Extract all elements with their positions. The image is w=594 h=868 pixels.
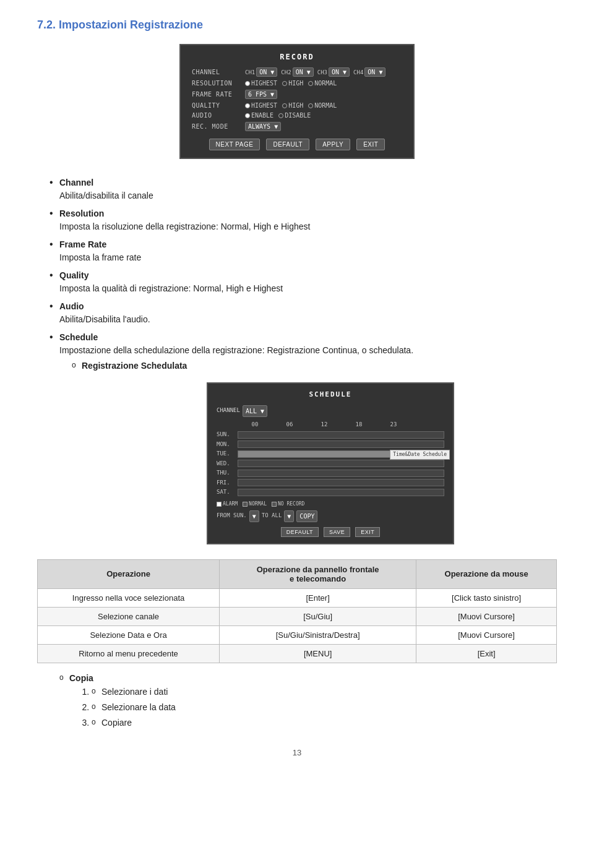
channel-row: CHANNEL CH1 ON ▼ CH2 ON ▼ CH3 ON ▼ CH4 O… [192,67,402,77]
schedule-tooltip: Time&Date Schedule [390,450,450,460]
recmode-label: REC. MODE [192,123,241,130]
schedule-buttons: DEFAULT SAVE EXIT [217,527,444,537]
record-panel-title: RECORD [192,53,402,61]
legend-alarm: ALARM [217,501,238,508]
sub-item-scheduled: Registrazione Schedulata SCHEDULE CHANNE… [72,359,557,544]
sch-save-button[interactable]: SAVE [324,527,350,537]
list-item-audio: Audio Abilita/Disabilita l'audio. [50,300,557,326]
copia-item: Copia Selezionare i dati Selezionare la … [59,673,557,729]
schedule-panel-container: SCHEDULE CHANNEL ALL ▼ 00 06 12 18 [104,382,557,544]
copia-section: Copia Selezionare i dati Selezionare la … [37,673,557,729]
ch1: CH1 ON ▼ [245,67,277,77]
table-row: Ingresso nella voce selezionata [Enter] … [38,588,557,607]
radio-unselected2 [308,81,313,86]
audio-disable: DISABLE [278,112,311,119]
table-row: Selezione canale [Su/Giu] [Muovi Cursore… [38,607,557,625]
schedule-panel-title: SCHEDULE [217,390,444,400]
quality-desc: Imposta la qualità di registrazione: Nor… [59,283,283,293]
sch-channel-value: ALL ▼ [243,405,267,417]
radio-selected [245,81,250,86]
resolution-normal: NORMAL [308,80,337,87]
time-23: 23 [376,421,411,429]
sch-default-button[interactable]: DEFAULT [281,527,319,537]
radio-selected-q [245,103,250,108]
list-item-channel: Channel Abilita/disabilita il canale [50,176,557,202]
copia-steps: Selezionare i dati Selezionare la data C… [69,685,557,729]
op-selezione-data: Selezione Data e Ora [38,625,220,644]
recmode-row: REC. MODE ALWAYS ▼ [192,122,402,131]
day-tue: TUE. [217,450,238,458]
resolution-desc: Imposta la risoluzione della registrazio… [59,221,310,231]
resolution-high: HIGH [282,80,303,87]
thu-bar [238,470,444,477]
legend-norecord: NO RECORD [272,501,304,508]
record-panel-container: RECORD CHANNEL CH1 ON ▼ CH2 ON ▼ CH3 ON … [37,44,557,159]
step-2: Selezionare la data [92,701,557,714]
time-header: 00 06 12 18 23 [238,421,444,429]
exit-button[interactable]: EXIT [356,139,385,150]
to-value: ▼ [284,510,294,522]
resolution-title: Resolution [59,208,104,218]
op-selezione-canale-mouse: [Muovi Cursore] [416,607,557,625]
ch3: CH3 ON ▼ [317,67,350,77]
sch-day-fri: FRI. [217,479,444,488]
step-1: Selezionare i dati [92,685,557,698]
ch2: CH2 ON ▼ [281,67,313,77]
audio-row: AUDIO ENABLE DISABLE [192,112,402,119]
audio-desc: Abilita/Disabilita l'audio. [59,314,150,324]
record-panel: RECORD CHANNEL CH1 ON ▼ CH2 ON ▼ CH3 ON … [179,44,415,159]
legend-normal: NORMAL [243,501,267,508]
resolution-row: RESOLUTION HIGHEST HIGH NORMAL [192,80,402,87]
sat-bar [238,489,444,496]
ch4-value: ON ▼ [364,67,385,77]
framerate-row: FRAME RATE 6 FPS ▼ [192,90,402,99]
default-button[interactable]: DEFAULT [266,139,309,150]
framerate-value: 6 FPS ▼ [245,90,277,99]
ch3-value: ON ▼ [329,67,350,77]
schedule-title: Schedule [59,332,98,342]
alarm-checkbox [217,502,222,507]
next-page-button[interactable]: NEXT PAGE [209,139,260,150]
list-item-resolution: Resolution Imposta la risoluzione della … [50,207,557,233]
apply-button[interactable]: APPLY [316,139,350,150]
radio-enable [245,113,250,118]
op-selezione-canale: Selezione canale [38,607,220,625]
day-wed: WED. [217,460,238,468]
section-title: 7.2. Impostazioni Registrazione [37,19,557,32]
operations-table: Operazione Operazione da pannello fronta… [37,559,557,663]
framerate-title: Frame Rate [59,239,106,249]
channel-title: Channel [59,178,93,187]
copy-button[interactable]: COPY [296,510,317,522]
day-thu: THU. [217,469,238,478]
op-ingresso-mouse: [Click tasto sinistro] [416,588,557,607]
quality-options: HIGHEST HIGH NORMAL [245,102,337,109]
ch1-value: ON ▼ [256,67,277,77]
sch-day-thu: THU. [217,469,444,478]
feature-list: Channel Abilita/disabilita il canale Res… [37,176,557,544]
sch-channel-label: CHANNEL [217,406,240,415]
time-18: 18 [342,421,376,429]
sch-legend: ALARM NORMAL NO RECORD [217,501,444,508]
col-mouse: Operazione da mouse [416,559,557,588]
sch-day-sat: SAT. [217,488,444,497]
registrazione-schedulata-title: Registrazione Schedulata [82,361,187,371]
schedule-panel: SCHEDULE CHANNEL ALL ▼ 00 06 12 18 [207,382,454,544]
time-00: 00 [238,421,272,429]
ch2-value: ON ▼ [293,67,314,77]
fri-bar [238,479,444,486]
col-operazione: Operazione [38,559,220,588]
sch-exit-button[interactable]: EXIT [355,527,380,537]
to-label: TO ALL [262,512,282,520]
sch-day-tue: TUE. Time&Date Schedule [217,450,444,458]
radio-unselected-q2 [308,103,313,108]
normal-checkbox [243,502,248,507]
day-fri: FRI. [217,479,238,488]
quality-high: HIGH [282,102,303,109]
sub-list: Registrazione Schedulata SCHEDULE CHANNE… [59,359,557,544]
step-3: Copiare [92,716,557,729]
schedule-desc: Impostazione della schedulazione della r… [59,345,413,355]
op-ingresso: Ingresso nella voce selezionata [38,588,220,607]
channel-desc: Abilita/disabilita il canale [59,191,153,200]
wed-bar [238,460,444,467]
time-12: 12 [307,421,342,429]
